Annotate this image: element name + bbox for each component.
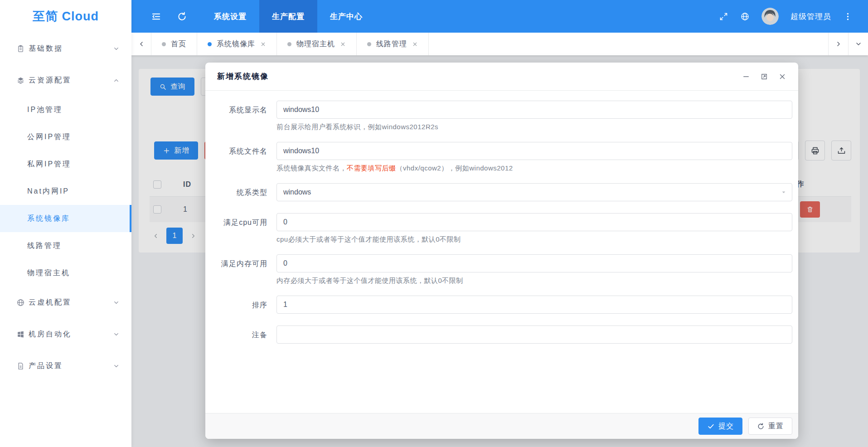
- sidebar-item-system-image-library[interactable]: 系统镜像库: [0, 205, 131, 232]
- tabs-scroll-left-button[interactable]: [131, 33, 151, 55]
- tabs-scroll-right-button[interactable]: [828, 33, 848, 55]
- chevron-down-icon: [113, 45, 120, 52]
- sidebar-item-public-ip[interactable]: 公网IP管理: [0, 123, 131, 151]
- sidebar-item-label: 基础数据: [29, 44, 63, 53]
- nav-menu-production-center[interactable]: 生产中心: [317, 0, 375, 33]
- tab-dot: [208, 42, 212, 46]
- submit-button[interactable]: 提交: [698, 418, 742, 435]
- avatar-image: [761, 8, 779, 25]
- modal-footer: 提交 重置: [205, 413, 798, 439]
- sidebar-item-label: 产品设置: [29, 361, 63, 371]
- field-help: 系统镜像真实文件名，不需要填写后缀（vhdx/qcow2），例如windows2…: [276, 163, 792, 173]
- document-icon: [16, 362, 25, 370]
- tab-label: 线路管理: [376, 39, 407, 49]
- nav-menu-system-settings[interactable]: 系统设置: [201, 0, 259, 33]
- field-label: 排序: [205, 296, 267, 310]
- sidebar-item-physical-host[interactable]: 物理宿主机: [0, 259, 131, 287]
- refresh-page-button[interactable]: [169, 0, 195, 33]
- user-name[interactable]: 超级管理员: [790, 11, 831, 22]
- user-avatar[interactable]: [761, 8, 779, 25]
- tabs: 首页 系统镜像库 物理宿主机 线路管理: [151, 33, 429, 55]
- chevron-down-icon: [855, 40, 862, 48]
- sidebar-item-label: 线路管理: [27, 241, 62, 251]
- sidebar-item-line-management[interactable]: 线路管理: [0, 232, 131, 259]
- fullscreen-icon[interactable]: [719, 12, 728, 21]
- field-label: 系统显示名: [205, 101, 267, 115]
- close-icon[interactable]: [340, 41, 346, 47]
- close-icon[interactable]: [412, 41, 418, 47]
- field-wrap: cpu必须大于或者等于这个值才能使用该系统，默认0不限制: [276, 213, 792, 244]
- modal-form: 系统显示名 前台展示给用户看系统标识，例如windows2012R2s 系统文件…: [205, 91, 798, 413]
- system-type-select[interactable]: windows: [276, 183, 792, 201]
- sidebar-item-label: IP池管理: [27, 105, 63, 115]
- sidebar-item-cloud-vm-config[interactable]: 云虚机配置: [0, 287, 131, 318]
- sidebar-item-basic-data[interactable]: 基础数据: [0, 33, 131, 64]
- display-name-input[interactable]: [276, 101, 792, 119]
- tab-dot: [162, 42, 166, 46]
- collapse-sidebar-button[interactable]: [143, 0, 169, 33]
- refresh-icon: [177, 11, 187, 22]
- form-row-file-name: 系统文件名 系统镜像真实文件名，不需要填写后缀（vhdx/qcow2），例如wi…: [205, 142, 792, 173]
- submit-button-label: 提交: [718, 422, 734, 431]
- sidebar: 至简 Cloud 基础数据 云资源配置 IP池管理 公网IP管理: [0, 0, 131, 447]
- more-options-icon[interactable]: [843, 12, 853, 21]
- tabs-menu-button[interactable]: [848, 33, 868, 55]
- chevron-down-icon: [113, 363, 120, 369]
- form-row-cpu-required: 满足cpu可用 cpu必须大于或者等于这个值才能使用该系统，默认0不限制: [205, 213, 792, 244]
- sidebar-item-private-ip[interactable]: 私网IP管理: [0, 151, 131, 178]
- modal-title: 新增系统镜像: [217, 71, 269, 82]
- top-menu: 系统设置 生产配置 生产中心: [201, 0, 375, 33]
- globe-language-icon[interactable]: [740, 12, 750, 21]
- modal-add-system-image: 新增系统镜像 系统显示名 前台展示给用户看系统标识，例如windows2012R…: [205, 63, 798, 439]
- tab-line-management[interactable]: 线路管理: [357, 33, 429, 55]
- tab-label: 物理宿主机: [296, 39, 335, 49]
- close-icon[interactable]: [260, 41, 266, 47]
- field-label: 满足内存可用: [205, 254, 267, 269]
- modal-window-controls: [742, 73, 786, 81]
- layers-icon: [16, 76, 25, 85]
- maximize-icon[interactable]: [760, 73, 768, 81]
- tab-system-image-library[interactable]: 系统镜像库: [197, 33, 277, 55]
- sidebar-item-label: 私网IP管理: [27, 160, 71, 169]
- field-label: 统系类型: [205, 183, 267, 198]
- sidebar-item-datacenter-automation[interactable]: 机房自动化: [0, 318, 131, 350]
- file-name-input[interactable]: [276, 142, 792, 160]
- chevron-down-icon: [780, 189, 787, 196]
- remark-input[interactable]: [276, 326, 792, 344]
- sidebar-item-product-settings[interactable]: 产品设置: [0, 350, 131, 382]
- sort-input[interactable]: [276, 296, 792, 314]
- tab-dot: [287, 42, 291, 46]
- tab-physical-host[interactable]: 物理宿主机: [277, 33, 357, 55]
- sidebar-item-cloud-resource-config[interactable]: 云资源配置: [0, 64, 131, 96]
- chevron-up-icon: [113, 77, 120, 84]
- sidebar-item-label: 物理宿主机: [27, 268, 70, 278]
- field-wrap: [276, 296, 792, 314]
- cpu-required-input[interactable]: [276, 213, 792, 231]
- memory-required-input[interactable]: [276, 254, 792, 272]
- form-row-sort: 排序: [205, 296, 792, 314]
- help-text: （vhdx/qcow2），例如windows2012: [396, 164, 513, 172]
- clipboard-icon: [16, 44, 25, 53]
- sidebar-item-nat-internal-ip[interactable]: Nat内网IP: [0, 178, 131, 205]
- close-icon[interactable]: [778, 73, 786, 81]
- top-navbar: 系统设置 生产配置 生产中心 超级管理员: [131, 0, 868, 33]
- modal-header: 新增系统镜像: [205, 63, 798, 91]
- sidebar-item-label: 机房自动化: [29, 330, 72, 339]
- tab-dot: [367, 42, 371, 46]
- field-wrap: 内存必须大于或者等于这个值才能使用该系统，默认0不限制: [276, 254, 792, 286]
- help-text: 系统镜像真实文件名，: [276, 164, 347, 172]
- chevron-down-icon: [113, 299, 120, 306]
- tab-home[interactable]: 首页: [151, 33, 197, 55]
- field-wrap: [276, 326, 792, 344]
- sidebar-menu: 基础数据 云资源配置 IP池管理 公网IP管理 私网IP管理 Nat: [0, 33, 131, 382]
- sidebar-item-label: 云虚机配置: [29, 298, 72, 307]
- field-wrap: 前台展示给用户看系统标识，例如windows2012R2s: [276, 101, 792, 132]
- modal-reset-button[interactable]: 重置: [748, 418, 792, 435]
- modal-reset-label: 重置: [768, 422, 784, 431]
- sidebar-item-ip-pool[interactable]: IP池管理: [0, 96, 131, 123]
- tab-label: 首页: [171, 39, 186, 49]
- nav-menu-production-config[interactable]: 生产配置: [259, 0, 317, 33]
- tab-label: 系统镜像库: [217, 39, 255, 49]
- field-help: 内存必须大于或者等于这个值才能使用该系统，默认0不限制: [276, 276, 792, 286]
- minimize-icon[interactable]: [742, 73, 750, 81]
